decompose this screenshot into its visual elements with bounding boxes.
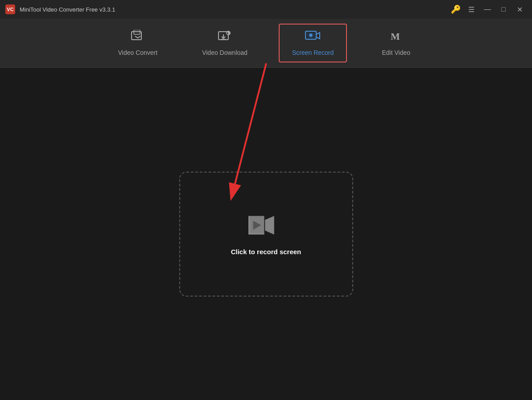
video-convert-icon: [131, 30, 145, 45]
tab-screen-record[interactable]: Screen Record: [279, 24, 347, 62]
camera-icon-wrapper: [248, 212, 284, 239]
tab-screen-record-label: Screen Record: [292, 49, 334, 56]
tab-video-download-label: Video Download: [202, 49, 247, 56]
close-button[interactable]: ✕: [512, 2, 527, 16]
camera-record-icon: [248, 212, 284, 239]
svg-line-13: [235, 63, 266, 184]
menu-button[interactable]: ☰: [464, 2, 478, 16]
svg-rect-18: [248, 233, 264, 235]
tab-video-convert[interactable]: Video Convert: [105, 24, 171, 62]
tab-edit-video[interactable]: M Edit Video: [365, 24, 427, 62]
svg-text:M: M: [391, 31, 400, 42]
record-label: Click to record screen: [231, 248, 301, 256]
record-area[interactable]: Click to record screen: [179, 172, 353, 297]
app-title: MiniTool Video Converter Free v3.3.1: [20, 6, 451, 13]
svg-point-5: [226, 31, 231, 35]
nav-bar: Video Convert Video Download: [0, 19, 532, 68]
edit-video-icon: M: [389, 30, 403, 45]
titlebar: VC MiniTool Video Converter Free v3.3.1 …: [0, 0, 532, 19]
tab-video-download[interactable]: Video Download: [189, 24, 261, 62]
key-icon: 🔑: [451, 4, 461, 14]
video-download-icon: [218, 30, 232, 45]
window-controls: ☰ — □ ✕: [464, 2, 527, 16]
screen-record-icon: [305, 30, 321, 45]
main-content: Click to record screen: [0, 68, 532, 400]
svg-marker-16: [265, 216, 274, 235]
minimize-button[interactable]: —: [480, 2, 495, 16]
svg-rect-17: [248, 216, 250, 235]
svg-point-10: [310, 34, 312, 36]
tab-video-convert-label: Video Convert: [118, 49, 157, 56]
tab-edit-video-label: Edit Video: [382, 49, 410, 56]
maximize-button[interactable]: □: [496, 2, 511, 16]
app-logo: VC: [5, 4, 15, 14]
